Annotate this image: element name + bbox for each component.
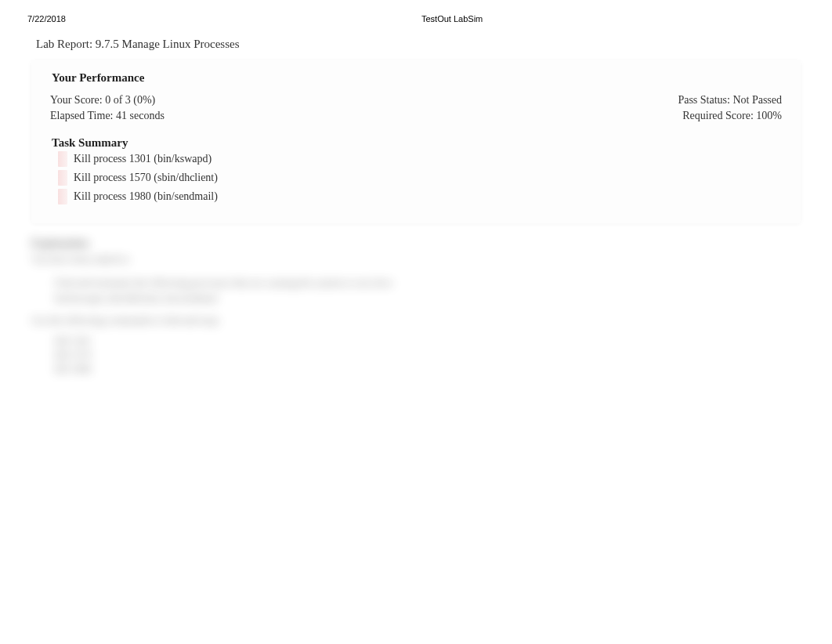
blurred-line: bin/kswapd, sbin/dhclient, bin/sendmail	[55, 292, 832, 305]
blurred-cmd: kill 1570	[55, 349, 832, 361]
header-date: 7/22/2018	[27, 14, 66, 24]
blurred-heading: Explanation	[31, 237, 832, 250]
fail-marker-icon	[58, 151, 67, 167]
task-text: Kill process 1301 (bin/kswapd)	[74, 153, 212, 165]
elapsed-time: Elapsed Time: 41 seconds	[50, 110, 165, 122]
report-box: Your Performance Your Score: 0 of 3 (0%)…	[31, 60, 801, 223]
task-list: Kill process 1301 (bin/kswapd) Kill proc…	[58, 151, 782, 204]
blurred-block: Find and terminate the following process…	[55, 277, 832, 305]
task-item: Kill process 1301 (bin/kswapd)	[58, 151, 782, 167]
fail-marker-icon	[58, 189, 67, 204]
task-summary-heading: Task Summary	[52, 136, 782, 150]
task-text: Kill process 1570 (sbin/dhclient)	[74, 172, 218, 184]
header-app-title: TestOut LabSim	[421, 14, 483, 24]
time-row: Elapsed Time: 41 seconds Required Score:…	[50, 110, 782, 122]
blurred-content: Explanation You have been asked to: Find…	[31, 237, 832, 375]
blurred-para: Use the following commands to find and s…	[31, 314, 832, 327]
pass-status: Pass Status: Not Passed	[678, 94, 782, 107]
score-row: Your Score: 0 of 3 (0%) Pass Status: Not…	[50, 94, 782, 107]
report-title: Lab Report: 9.7.5 Manage Linux Processes	[36, 38, 832, 51]
performance-heading: Your Performance	[52, 71, 782, 85]
required-score: Required Score: 100%	[682, 110, 782, 122]
blurred-cmd: kill 1301	[55, 335, 832, 347]
blurred-line: Find and terminate the following process…	[55, 277, 832, 289]
task-item: Kill process 1980 (bin/sendmail)	[58, 189, 782, 204]
task-text: Kill process 1980 (bin/sendmail)	[74, 190, 218, 203]
blurred-cmd: kill 1980	[55, 363, 832, 375]
blurred-cmd-block: kill 1301 kill 1570 kill 1980	[55, 335, 832, 375]
fail-marker-icon	[58, 170, 67, 186]
task-item: Kill process 1570 (sbin/dhclient)	[58, 170, 782, 186]
your-score: Your Score: 0 of 3 (0%)	[50, 94, 155, 107]
blurred-subline: You have been asked to:	[31, 253, 832, 266]
